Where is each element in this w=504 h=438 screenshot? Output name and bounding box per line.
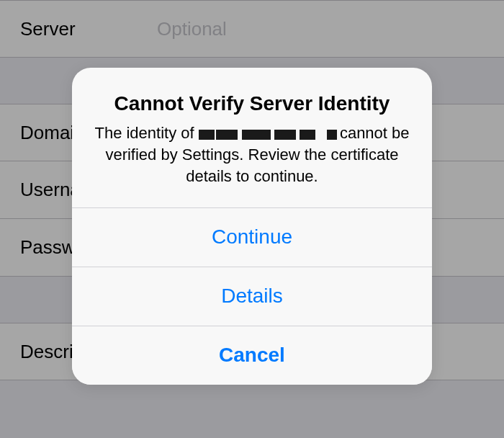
alert-body-prefix: The identity of: [94, 124, 198, 142]
details-button[interactable]: Details: [72, 267, 432, 326]
alert-body: The identity of cannot be verified by Se…: [92, 122, 412, 187]
alert-header: Cannot Verify Server Identity The identi…: [72, 68, 432, 207]
continue-button[interactable]: Continue: [72, 207, 432, 267]
modal-overlay: Cannot Verify Server Identity The identi…: [0, 0, 504, 438]
alert-title: Cannot Verify Server Identity: [92, 92, 412, 115]
redacted-server-name: [199, 127, 336, 143]
alert-dialog: Cannot Verify Server Identity The identi…: [72, 68, 432, 384]
cancel-button[interactable]: Cancel: [72, 326, 432, 385]
